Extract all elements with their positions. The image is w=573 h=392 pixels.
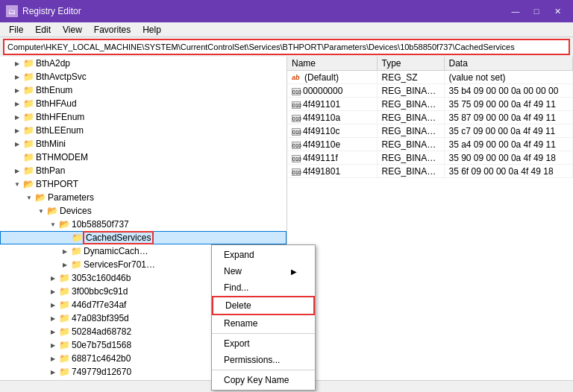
tree-item[interactable]: ▶📁BthHFAud <box>0 97 286 110</box>
tree-item[interactable]: ▼📂Parameters <box>0 191 286 204</box>
reg-icon-binary: 010 <box>292 101 301 109</box>
tree-item[interactable]: ▼📂Devices <box>0 204 286 218</box>
tree-item[interactable]: ▶📁BthLEEnum <box>0 124 286 137</box>
tree-item[interactable]: ▼📂BTHPORT <box>0 177 286 191</box>
table-row[interactable]: 0104f49110aREG_BINARY35 87 09 00 00 0a 4… <box>287 111 573 124</box>
tree-item-label: BthAvctpSvc <box>34 72 87 82</box>
reg-icon-binary: 010 <box>292 155 301 162</box>
context-menu-label: New <box>224 266 242 276</box>
tree-arrow-icon: ▶ <box>48 275 58 282</box>
reg-type-cell: REG_BINARY <box>377 124 444 138</box>
minimize-button[interactable]: — <box>506 4 525 19</box>
tree-item[interactable]: ▶📁BthPan <box>0 164 286 177</box>
folder-icon: 📁 <box>58 326 70 337</box>
tree-item[interactable]: 📁BTHMODEM <box>0 151 286 164</box>
folder-icon: 📁 <box>58 367 70 377</box>
context-menu-item-expand[interactable]: Expand <box>212 247 315 263</box>
context-menu-label: Expand <box>224 250 254 260</box>
table-row[interactable]: 0104f49110eREG_BINARY35 a4 09 00 00 0a 4… <box>287 138 573 151</box>
tree-item[interactable]: 📁CachedServices <box>0 231 286 244</box>
tree-arrow-icon: ▶ <box>12 101 22 107</box>
menu-bar: File Edit View Favorites Help <box>0 22 573 37</box>
col-header-type[interactable]: Type <box>377 57 444 71</box>
tree-arrow-icon: ▼ <box>48 221 58 228</box>
folder-icon: 📁 <box>22 112 34 122</box>
col-header-data[interactable]: Data <box>444 57 573 71</box>
tree-arrow-icon: ▶ <box>12 60 22 67</box>
tree-item[interactable]: ▶📁BthEnum <box>0 83 286 97</box>
folder-icon: 📁 <box>58 340 70 350</box>
folder-open-icon: 📂 <box>46 206 58 216</box>
app-title: Registry Editor <box>22 6 81 16</box>
menu-view[interactable]: View <box>57 23 88 37</box>
reg-icon-binary: 010 <box>292 88 301 95</box>
reg-type-cell: REG_BINARY <box>377 98 444 111</box>
table-row[interactable]: 0104f491101REG_BINARY35 75 09 00 00 0a 4… <box>287 98 573 111</box>
context-menu-item-find[interactable]: Find... <box>212 279 315 296</box>
reg-type-cell: REG_BINARY <box>377 151 444 165</box>
table-row[interactable]: 0104f491801REG_BINARY35 6f 09 00 00 0a 4… <box>287 165 573 178</box>
tree-item-label: BthHFEnum <box>34 112 84 122</box>
tree-arrow-icon: ▶ <box>48 315 58 322</box>
context-menu-item-permissions[interactable]: Permissions... <box>212 352 315 368</box>
context-menu-item-export[interactable]: Export <box>212 335 315 352</box>
tree-arrow-icon: ▶ <box>12 74 22 80</box>
close-button[interactable]: ✕ <box>548 4 567 19</box>
tree-arrow-icon: ▶ <box>48 342 58 349</box>
tree-item-label: 3053c160d46b <box>70 273 131 283</box>
context-menu-item-copy-key-name[interactable]: Copy Key Name <box>212 372 315 388</box>
menu-favorites[interactable]: Favorites <box>88 23 137 37</box>
folder-icon: 📁 <box>22 125 34 136</box>
context-menu-item-rename[interactable]: Rename <box>212 315 315 332</box>
tree-arrow-icon: ▶ <box>12 168 22 174</box>
tree-item[interactable]: ▶📁BthAvctpSvc <box>0 70 286 83</box>
folder-icon: 📁 <box>22 72 34 82</box>
tree-item[interactable]: ▶📁BthA2dp <box>0 57 286 70</box>
address-bar[interactable]: Computer\HKEY_LOCAL_MACHINE\SYSTEM\Curre… <box>3 39 570 55</box>
reg-name-cell: 0104f491101 <box>287 98 377 111</box>
folder-icon: 📁 <box>22 165 34 176</box>
tree-item[interactable]: ▼📂10b58850f737 <box>0 218 286 231</box>
maximize-button[interactable]: □ <box>527 4 546 19</box>
table-row[interactable]: 0104f49110cREG_BINARY35 c7 09 00 00 0a 4… <box>287 124 573 138</box>
reg-icon-binary: 010 <box>292 168 301 176</box>
address-path: Computer\HKEY_LOCAL_MACHINE\SYSTEM\Curre… <box>7 42 515 51</box>
folder-icon: 📁 <box>22 139 34 149</box>
reg-data-cell: 35 6f 09 00 00 0a 4f 49 18 <box>444 165 573 178</box>
tree-item[interactable]: ▶📁BthMini <box>0 137 286 151</box>
folder-icon: 📁 <box>58 313 70 323</box>
reg-icon-binary: 010 <box>292 128 301 136</box>
folder-icon: 📁 <box>22 152 34 162</box>
reg-name-cell: 01000000000 <box>287 84 377 98</box>
tree-item-label: BthMini <box>34 139 66 149</box>
reg-type-cell: REG_BINARY <box>377 165 444 178</box>
menu-help[interactable]: Help <box>137 23 167 37</box>
table-row[interactable]: 01000000000REG_BINARY35 b4 09 00 00 0a 0… <box>287 84 573 98</box>
context-menu-item-delete[interactable]: Delete <box>212 296 315 315</box>
col-header-name[interactable]: Name <box>287 57 377 71</box>
menu-edit[interactable]: Edit <box>29 23 57 37</box>
tree-item[interactable]: ▶📁BthHFEnum <box>0 110 286 124</box>
folder-icon: 📁 <box>58 273 70 283</box>
menu-file[interactable]: File <box>3 23 29 37</box>
reg-icon-binary: 010 <box>292 115 301 122</box>
folder-icon: 📁 <box>22 58 34 69</box>
folder-icon: 📁 <box>22 85 34 95</box>
tree-item-label: ServicesFor701… <box>82 259 155 270</box>
tree-item-label: 47a083bf395d <box>70 313 129 323</box>
tree-arrow-icon: ▶ <box>48 329 58 335</box>
table-row[interactable]: 0104f49111fREG_BINARY35 90 09 00 00 0a 4… <box>287 151 573 165</box>
folder-icon: 📁 <box>58 286 70 297</box>
tree-item-label: BTHPORT <box>34 179 78 189</box>
context-menu-separator <box>212 333 315 334</box>
tree-arrow-icon: ▼ <box>24 195 34 201</box>
app-icon: 🗂 <box>6 5 18 17</box>
tree-arrow-icon: ▶ <box>12 114 22 121</box>
reg-data-cell: 35 87 09 00 00 0a 4f 49 11 <box>444 111 573 124</box>
reg-name-cell: 0104f49110c <box>287 124 377 138</box>
tree-item-label: BthPan <box>34 165 65 176</box>
tree-item-label: DynamicCach… <box>82 246 148 256</box>
context-menu-item-new[interactable]: New▶ <box>212 263 315 279</box>
table-row[interactable]: ab(Default)REG_SZ(value not set) <box>287 71 573 84</box>
context-menu-separator <box>212 370 315 370</box>
